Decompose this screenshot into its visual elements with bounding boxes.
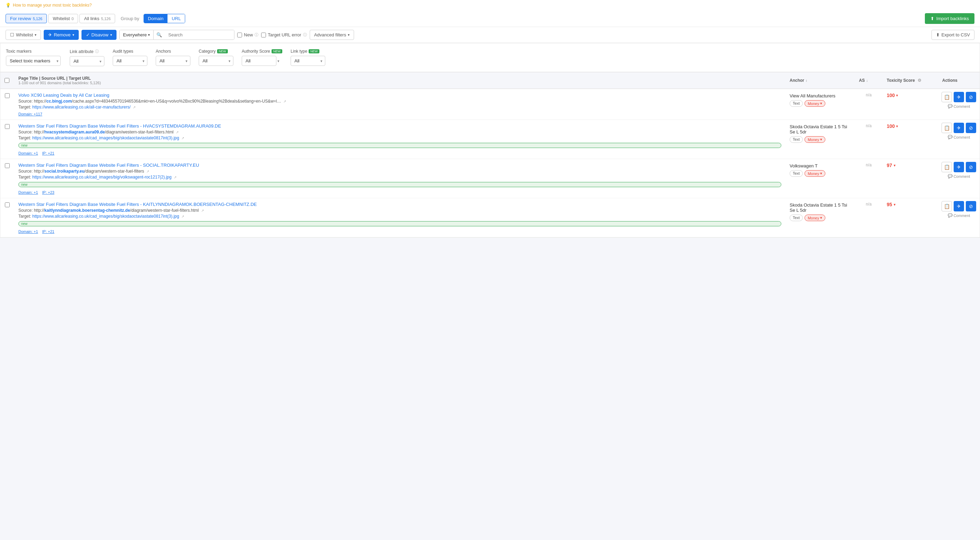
row-1-source-external-icon[interactable]: ↗ bbox=[176, 130, 178, 134]
remove-button[interactable]: ✈ Remove ▾ bbox=[44, 30, 78, 40]
row-3-checkbox[interactable] bbox=[5, 202, 10, 207]
row-1-disavow-button[interactable]: ⊘ bbox=[966, 123, 976, 133]
row-3-copy-button[interactable]: 📋 bbox=[942, 201, 952, 211]
link-type-new-badge: NEW bbox=[309, 49, 320, 53]
row-2-target-url[interactable]: https://www.allcarleasing.co.uk/cad_imag… bbox=[32, 175, 172, 179]
toxicity-settings-icon[interactable]: ⚙ bbox=[918, 78, 921, 83]
header-actions-label: Actions bbox=[942, 78, 958, 83]
row-0-source-bold[interactable]: cc.bingj.com bbox=[46, 99, 72, 104]
row-1-whitelist-button[interactable]: ✈ bbox=[954, 123, 964, 133]
row-2-checkbox[interactable] bbox=[5, 163, 10, 168]
disavow-button[interactable]: ✓ Disavow ▾ bbox=[81, 30, 116, 40]
row-2-copy-button[interactable]: 📋 bbox=[942, 162, 952, 172]
row-0-checkbox[interactable] bbox=[5, 93, 10, 98]
row-0-tag-money[interactable]: Money ▾ bbox=[805, 100, 825, 107]
row-1-toxicity-arrow[interactable]: ▾ bbox=[896, 124, 898, 129]
row-2-whitelist-button[interactable]: ✈ bbox=[954, 162, 964, 172]
row-3-source-external-icon[interactable]: ↗ bbox=[201, 209, 204, 213]
row-3-disavow-button[interactable]: ⊘ bbox=[966, 201, 976, 211]
new-info-icon[interactable]: ⓘ bbox=[255, 32, 258, 37]
new-filter: New ⓘ bbox=[237, 32, 258, 37]
export-icon: ⬆ bbox=[936, 32, 940, 37]
row-1-target-url[interactable]: https://www.allcarleasing.co.uk/cad_imag… bbox=[32, 135, 179, 140]
authority-score-select[interactable]: All bbox=[242, 56, 276, 66]
target-url-error-info-icon[interactable]: ⓘ bbox=[303, 32, 307, 37]
row-2-domain-count[interactable]: Domain: +1 bbox=[18, 190, 38, 194]
select-all-checkbox[interactable] bbox=[5, 78, 10, 83]
row-3-domain-count[interactable]: Domain: +1 bbox=[18, 229, 38, 233]
row-3-comment-icon: 💬 bbox=[948, 213, 953, 218]
tab-for-review[interactable]: For review 5,126 bbox=[6, 14, 47, 23]
row-3-whitelist-button[interactable]: ✈ bbox=[954, 201, 964, 211]
row-0-whitelist-button[interactable]: ✈ bbox=[954, 92, 964, 102]
row-0-copy-button[interactable]: 📋 bbox=[942, 92, 952, 102]
row-2-toxicity-arrow[interactable]: ▾ bbox=[894, 163, 896, 168]
row-3-tag-text: Text bbox=[790, 214, 803, 221]
row-0-target-external-icon[interactable]: ↗ bbox=[133, 105, 135, 109]
advanced-filters-button[interactable]: Advanced filters ▾ bbox=[310, 30, 355, 40]
row-3-source-bold[interactable]: kaitlynndiagramok.boersentag-chemnitz.de bbox=[45, 208, 130, 213]
row-1-domain-count[interactable]: Domain: +1 bbox=[18, 151, 38, 155]
row-1-target-external-icon[interactable]: ↗ bbox=[181, 136, 184, 140]
row-3-comment-button[interactable]: 💬 Comment bbox=[948, 213, 970, 218]
row-0-source-external-icon[interactable]: ↗ bbox=[283, 100, 286, 103]
row-2-source-bold[interactable]: social.troikaparty.eu bbox=[45, 169, 84, 174]
row-1-tag-money[interactable]: Money ▾ bbox=[805, 136, 825, 143]
row-0-toxicity-arrow[interactable]: ▾ bbox=[896, 93, 898, 98]
audit-types-select[interactable]: All bbox=[113, 56, 147, 66]
tab-whitelist[interactable]: Whitelist 0 bbox=[48, 14, 78, 23]
row-0-disavow-button[interactable]: ⊘ bbox=[966, 92, 976, 102]
row-1-anchor: Skoda Octavia Estate 1 5 Tsi Se L 5dr Te… bbox=[786, 120, 855, 146]
row-3-target-url[interactable]: https://www.allcarleasing.co.uk/cad_imag… bbox=[32, 214, 179, 219]
row-3-ip-count[interactable]: IP: +21 bbox=[42, 229, 54, 233]
row-0-source: Source: https://cc.bingj.com/cache.aspx?… bbox=[18, 99, 781, 104]
row-0-target-url[interactable]: https://www.allcarleasing.co.uk/all-car-… bbox=[32, 105, 130, 110]
search-input[interactable] bbox=[165, 30, 234, 40]
top-banner: 💡 How to manage your most toxic backlink… bbox=[0, 0, 980, 10]
row-3-toxicity-arrow[interactable]: ▾ bbox=[894, 202, 896, 207]
row-2-ip-count[interactable]: IP: +23 bbox=[42, 190, 54, 194]
row-2-disavow-button[interactable]: ⊘ bbox=[966, 162, 976, 172]
row-1-checkbox[interactable] bbox=[5, 124, 10, 129]
export-csv-button[interactable]: ⬆ Export to CSV bbox=[931, 30, 974, 40]
location-select[interactable]: Everywhere ▾ bbox=[119, 30, 154, 40]
row-2-comment-button[interactable]: 💬 Comment bbox=[948, 174, 970, 178]
header-as[interactable]: AS ↓ bbox=[855, 75, 883, 86]
import-icon: ⬆ bbox=[931, 16, 934, 21]
audit-types-label: Audit types bbox=[113, 49, 147, 54]
import-backlinks-button[interactable]: ⬆ Import backlinks bbox=[925, 13, 974, 24]
row-2-target-external-icon[interactable]: ↗ bbox=[174, 175, 177, 179]
row-0-comment-label: Comment bbox=[954, 104, 970, 108]
whitelist-button[interactable]: ☐ Whitelist ▾ bbox=[6, 30, 41, 40]
domain-btn[interactable]: Domain bbox=[144, 14, 168, 23]
row-0-domain-count[interactable]: Domain: +117 bbox=[18, 112, 781, 116]
link-attribute-select[interactable]: All bbox=[70, 56, 104, 66]
row-1-ip-count[interactable]: IP: +21 bbox=[42, 151, 54, 155]
row-2-source-external-icon[interactable]: ↗ bbox=[146, 170, 149, 173]
advanced-filters-arrow: ▾ bbox=[348, 33, 350, 37]
link-attribute-info-icon[interactable]: ⓘ bbox=[95, 49, 99, 54]
row-1-comment-button[interactable]: 💬 Comment bbox=[948, 135, 970, 139]
link-type-select[interactable]: All bbox=[291, 56, 325, 66]
backlinks-table: Page Title | Source URL | Target URL 1-1… bbox=[0, 72, 980, 238]
target-url-error-checkbox[interactable] bbox=[261, 33, 266, 37]
row-3-target-external-icon[interactable]: ↗ bbox=[181, 214, 184, 218]
header-anchor[interactable]: Anchor ↕ bbox=[786, 75, 855, 86]
header-toxicity: Toxicity Score ⚙ bbox=[883, 75, 938, 86]
anchor-sort-icon: ↕ bbox=[805, 79, 807, 83]
tab-all-links[interactable]: All links 5,126 bbox=[80, 14, 115, 23]
row-1-source-bold[interactable]: hvacsystemdiagram.aura09.de bbox=[45, 130, 105, 135]
row-2-checkbox-cell bbox=[0, 159, 14, 172]
row-3-tag-money[interactable]: Money ▾ bbox=[805, 214, 825, 221]
row-0-anchor: View All Manufacturers Text Money ▾ bbox=[786, 89, 855, 110]
row-2-tag-money[interactable]: Money ▾ bbox=[805, 170, 825, 177]
anchors-select[interactable]: All bbox=[156, 56, 190, 66]
category-select[interactable]: All bbox=[199, 56, 233, 66]
row-1-copy-button[interactable]: 📋 bbox=[942, 123, 952, 133]
row-0-comment-button[interactable]: 💬 Comment bbox=[948, 104, 970, 108]
toxic-markers-select[interactable]: Select toxic markers bbox=[6, 56, 61, 66]
url-btn[interactable]: URL bbox=[167, 14, 185, 23]
new-checkbox[interactable] bbox=[237, 33, 242, 37]
header-actions: Actions bbox=[938, 75, 980, 86]
banner-link[interactable]: How to manage your most toxic backlinks? bbox=[13, 3, 92, 8]
